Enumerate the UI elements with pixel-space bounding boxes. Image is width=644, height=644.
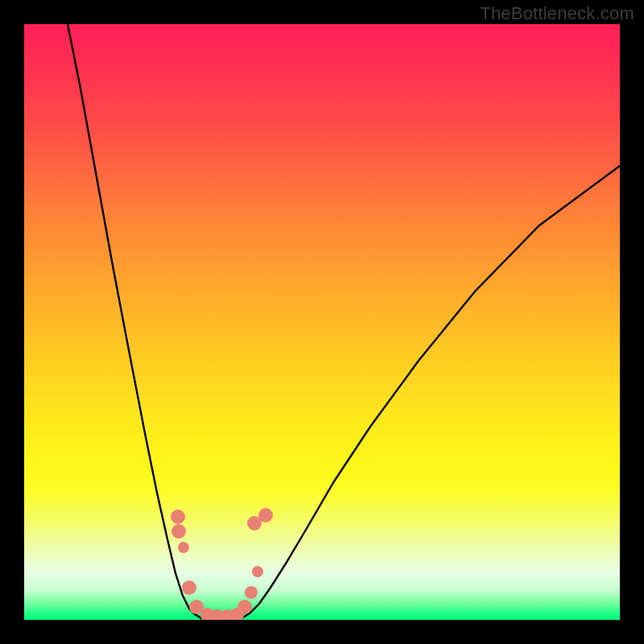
chart-frame: TheBottleneck.com: [0, 0, 644, 644]
chart-svg: [24, 24, 620, 620]
scatter-point: [245, 586, 258, 599]
scatter-point: [178, 542, 189, 553]
scatter-point: [171, 510, 185, 524]
scatter-point: [237, 600, 252, 614]
scatter-point: [252, 566, 263, 577]
scatter-point: [182, 580, 196, 595]
chart-plot-area: [24, 24, 620, 620]
curve-right-branch: [242, 166, 620, 618]
scatter-point: [171, 524, 186, 539]
watermark-text: TheBottleneck.com: [480, 3, 634, 24]
scatter-point: [258, 508, 273, 522]
bottleneck-curve: [68, 24, 620, 620]
